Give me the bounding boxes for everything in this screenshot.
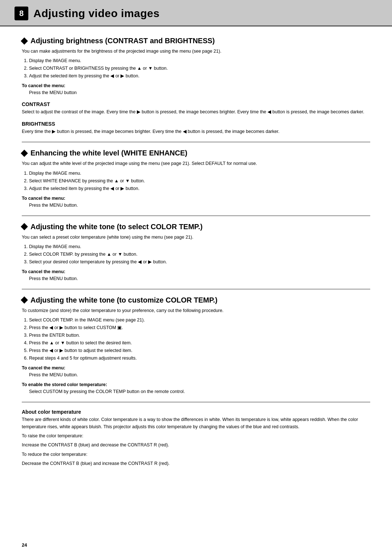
list-item: Adjust the selected item by pressing the…: [29, 72, 370, 80]
section-brightness-title: Adjusting brightness (CONTRAST and BRIGH…: [22, 37, 370, 45]
section-color-temp-custom: Adjusting the white tone (to customize C…: [22, 296, 370, 395]
list-item: Select COLOR TEMP. by pressing the ▲ or …: [29, 251, 370, 258]
divider-2: [22, 215, 370, 216]
enable-step: Select CUSTOM by pressing the COLOR TEMP…: [29, 388, 370, 395]
section-white-enhance: Enhancing the white level (WHITE ENHANCE…: [22, 149, 370, 208]
about-color-temp-body-3: To reduce the color temperature:: [22, 451, 370, 458]
list-item: Display the IMAGE menu.: [29, 170, 370, 177]
section-brightness: Adjusting brightness (CONTRAST and BRIGH…: [22, 37, 370, 135]
cancel-label-brightness: To cancel the menu:: [22, 83, 370, 88]
list-item: Repeat steps 4 and 5 for optimum adjustm…: [29, 355, 370, 362]
about-color-temp-body-0: There are different kinds of white color…: [22, 416, 370, 430]
cancel-step-color-temp-select: Press the MENU button.: [29, 275, 370, 282]
section-color-temp-select-title: Adjusting the white tone (to select COLO…: [22, 223, 370, 231]
list-item: Select COLOR TEMP. in the IMAGE menu (se…: [29, 316, 370, 324]
list-item: Select CONTRAST or BRIGHTNESS by pressin…: [29, 65, 370, 72]
list-item: Display the IMAGE menu.: [29, 243, 370, 250]
cancel-step-white-enhance: Press the MENU button.: [29, 202, 370, 209]
list-item: Press the ▲ or ▼ button to select the de…: [29, 339, 370, 347]
cancel-step-brightness: Press the MENU button: [29, 89, 370, 96]
section-color-temp-custom-title: Adjusting the white tone (to customize C…: [22, 296, 370, 304]
cancel-step-color-temp-custom: Press the MENU button.: [29, 371, 370, 378]
page-number: 24: [22, 542, 27, 548]
list-item: Display the IMAGE menu.: [29, 57, 370, 64]
diamond-icon: [21, 296, 28, 304]
section-brightness-steps: Display the IMAGE menu. Select CONTRAST …: [29, 57, 370, 80]
contrast-body: Select to adjust the contrast of the ima…: [22, 109, 370, 116]
content-area: Adjusting brightness (CONTRAST and BRIGH…: [0, 27, 392, 484]
list-item: Adjust the selected item by pressing the…: [29, 185, 370, 192]
page-title: Adjusting video images: [33, 7, 160, 20]
section-color-temp-select-intro: You can select a preset color temperatur…: [22, 234, 370, 241]
chapter-badge: 8: [15, 7, 28, 20]
list-item: Press the ENTER button.: [29, 332, 370, 339]
section-color-temp-custom-steps: Select COLOR TEMP. in the IMAGE menu (se…: [29, 316, 370, 362]
section-color-temp-select: Adjusting the white tone (to select COLO…: [22, 223, 370, 282]
diamond-icon: [21, 150, 28, 157]
subsection-contrast: CONTRAST Select to adjust the contrast o…: [22, 101, 370, 116]
divider-4: [22, 402, 370, 402]
about-color-temp-title: About color temperature: [22, 409, 370, 415]
diamond-icon: [21, 223, 28, 230]
section-white-enhance-intro: You can adjust the white level of the pr…: [22, 160, 370, 167]
brightness-title: BRIGHTNESS: [22, 121, 370, 127]
cancel-label-white-enhance: To cancel the menu:: [22, 196, 370, 201]
page: 8 Adjusting video images Adjusting brigh…: [0, 0, 392, 555]
contrast-title: CONTRAST: [22, 101, 370, 107]
about-color-temp-body-4: Decrease the CONTRAST B (blue) and incre…: [22, 460, 370, 467]
divider-3: [22, 289, 370, 289]
enable-label: To enable the stored color temperature:: [22, 382, 370, 387]
section-color-temp-custom-intro: To customize (and store) the color tempe…: [22, 307, 370, 314]
cancel-label-color-temp-custom: To cancel the menu:: [22, 365, 370, 370]
list-item: Press the ◀ or ▶ button to select CUSTOM…: [29, 324, 370, 331]
list-item: Select WHITE ENHANCE by pressing the ▲ o…: [29, 177, 370, 185]
brightness-body: Every time the ▶ button is pressed, the …: [22, 128, 370, 135]
list-item: Press the ◀ or ▶ button to adjust the se…: [29, 347, 370, 354]
page-header: 8 Adjusting video images: [0, 0, 392, 27]
about-color-temp-body-1: To raise the color temperature:: [22, 433, 370, 439]
divider-1: [22, 142, 370, 142]
about-color-temp-body-2: Increase the CONTRAST B (blue) and decre…: [22, 442, 370, 449]
diamond-icon: [21, 37, 28, 45]
subsection-brightness: BRIGHTNESS Every time the ▶ button is pr…: [22, 121, 370, 135]
section-white-enhance-title: Enhancing the white level (WHITE ENHANCE…: [22, 149, 370, 157]
section-brightness-intro: You can make adjustments for the brightn…: [22, 48, 370, 55]
section-color-temp-select-steps: Display the IMAGE menu. Select COLOR TEM…: [29, 243, 370, 266]
list-item: Select your desired color temperature by…: [29, 258, 370, 266]
section-about-color-temp: About color temperature There are differ…: [22, 409, 370, 467]
cancel-label-color-temp-select: To cancel the menu:: [22, 269, 370, 274]
section-white-enhance-steps: Display the IMAGE menu. Select WHITE ENH…: [29, 170, 370, 192]
